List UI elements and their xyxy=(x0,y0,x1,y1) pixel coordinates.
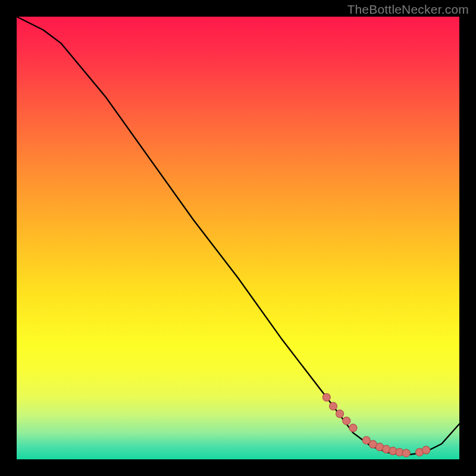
chart-svg xyxy=(17,17,459,459)
highlight-dot xyxy=(343,417,350,425)
highlight-dot xyxy=(322,393,330,401)
highlight-dots xyxy=(322,393,430,457)
highlight-dot xyxy=(349,424,357,432)
bottleneck-curve xyxy=(17,17,459,455)
highlight-dot xyxy=(402,449,410,457)
highlight-dot xyxy=(330,402,337,410)
highlight-dot xyxy=(336,410,344,418)
watermark-text: TheBottleNecker.com xyxy=(347,2,469,17)
gradient-plot-area xyxy=(17,17,459,459)
chart-frame: TheBottleNecker.com xyxy=(0,0,476,476)
highlight-dot xyxy=(422,446,430,454)
